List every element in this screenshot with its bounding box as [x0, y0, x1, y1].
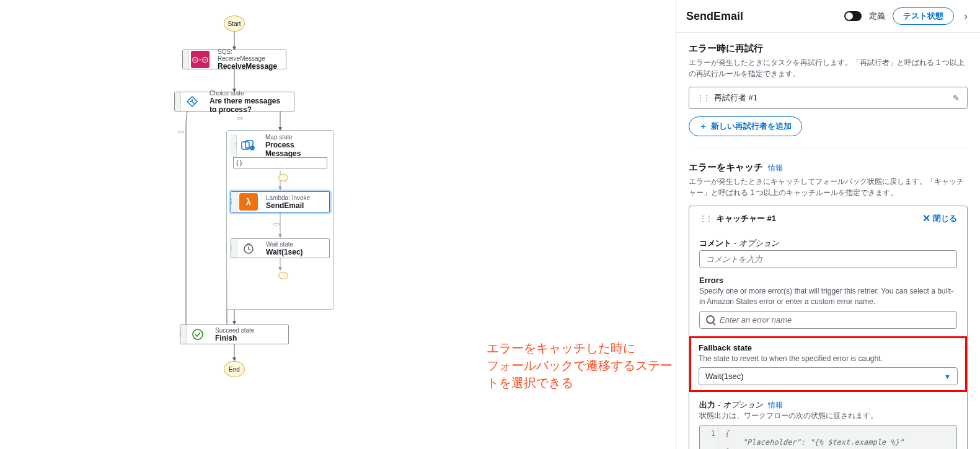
edit-icon[interactable]: ✎: [953, 94, 960, 103]
catcher-title: キャッチャー #1: [717, 213, 917, 224]
svg-point-12: [193, 329, 203, 339]
map-container[interactable]: ⋮⋮ Map stateProcess Messages { } ⋮⋮ λ La…: [226, 130, 334, 310]
map-loop-start: [278, 174, 288, 181]
node-receive-message[interactable]: ⋮⋮ ⊙-⊙ SQS: ReceiveMessageReceiveMessage: [182, 50, 286, 69]
catch-info-link[interactable]: 情報: [768, 163, 783, 173]
close-catcher-button[interactable]: ✕閉じる: [922, 212, 957, 224]
line-number: 1: [700, 425, 718, 449]
catcher-item: ⋮⋮ キャッチャー #1 ✕閉じる コメント - オプション Errors Sp…: [689, 206, 968, 449]
fallback-description: The state to revert to when the specifie…: [699, 354, 958, 364]
wait-icon: [237, 239, 260, 258]
catch-description: エラーが発生したときにキャッチしてフォールバック状態に戻します。「キャッチャー」…: [689, 176, 968, 198]
start-node[interactable]: Start: [224, 15, 245, 32]
choice-icon: [181, 92, 203, 111]
node-succeed[interactable]: ⋮⋮ Succeed stateFinish: [180, 325, 289, 344]
state-title: SendEmail: [686, 10, 837, 23]
map-icon: [237, 134, 259, 157]
end-node[interactable]: End: [224, 361, 245, 377]
test-state-button[interactable]: テスト状態: [893, 7, 954, 25]
node-map[interactable]: ⋮⋮ Map stateProcess Messages: [231, 134, 330, 157]
succeed-icon: [187, 325, 209, 344]
output-description: 状態出力は、ワークフローの次の状態に渡されます。: [699, 411, 957, 421]
output-label: 出力 - オプション: [699, 399, 763, 411]
lambda-icon: λ: [237, 192, 260, 212]
catch-heading: エラーをキャッチ: [689, 162, 763, 173]
map-loop-end: [278, 272, 288, 279]
sqs-icon: ⊙-⊙: [189, 50, 211, 69]
errors-search[interactable]: [699, 311, 957, 329]
workflow-canvas[interactable]: Start ⋮⋮ ⊙-⊙ SQS: ReceiveMessageReceiveM…: [0, 0, 676, 449]
definition-toggle[interactable]: [844, 11, 862, 21]
errors-label: Errors: [699, 276, 957, 285]
node-send-email[interactable]: ⋮⋮ λ Lambda: InvokeSendEmail: [231, 191, 330, 212]
inspector-panel: SendEmail 定義 テスト状態 › エラー時に再試行 エラーが発生したとき…: [676, 0, 980, 449]
search-icon: [706, 315, 715, 324]
condition-branch-label: [237, 117, 243, 120]
retry-heading: エラー時に再試行: [689, 43, 968, 54]
drag-handle-icon: ⋮⋮: [231, 239, 237, 258]
plus-icon: ＋: [699, 121, 707, 132]
caret-down-icon: ▼: [944, 373, 951, 380]
annotation-text: エラーをキャッチした時に フォールバックで遷移するステートを選択できる: [487, 339, 676, 391]
comment-input[interactable]: [699, 250, 957, 268]
drag-handle-icon: ⋮⋮: [699, 214, 712, 223]
output-info-link[interactable]: 情報: [768, 400, 783, 411]
node-wait[interactable]: ⋮⋮ Wait stateWait(1sec): [231, 238, 330, 258]
map-item-source: { }: [233, 157, 327, 168]
comment-label: コメント - オプション: [699, 238, 957, 249]
default-branch-label: [178, 131, 184, 133]
node-choice[interactable]: ⋮⋮ Choice stateAre there messages to pro…: [174, 92, 294, 111]
output-code-editor[interactable]: 1 { "Placeholder": "{% $text.example %}"…: [699, 425, 957, 449]
collapse-panel-icon[interactable]: ›: [961, 10, 970, 23]
drag-handle-icon: ⋮⋮: [183, 50, 189, 69]
drag-handle-icon: ⋮⋮: [231, 192, 237, 212]
drag-handle-icon: ⋮⋮: [180, 325, 187, 344]
fallback-highlight: Fallback state The state to revert to wh…: [689, 336, 967, 393]
retry-description: エラーが発生したときにタスクを再試行します。「再試行者」と呼ばれる 1 つ以上の…: [689, 57, 968, 79]
fallback-label: Fallback state: [699, 343, 958, 352]
errors-input[interactable]: [720, 315, 950, 325]
drag-handle-icon: ⋮⋮: [697, 94, 709, 102]
fallback-select[interactable]: Wait(1sec) ▼: [699, 367, 958, 385]
definition-toggle-label: 定義: [869, 11, 885, 22]
retry-item[interactable]: ⋮⋮ 再試行者 #1 ✎: [689, 87, 968, 109]
catch-edge-label: [273, 223, 280, 225]
errors-description: Specify one or more error(s) that will t…: [699, 286, 957, 307]
drag-handle-icon: ⋮⋮: [231, 134, 237, 157]
drag-handle-icon: ⋮⋮: [175, 92, 181, 111]
close-icon: ✕: [922, 212, 930, 224]
add-retrier-button[interactable]: ＋新しい再試行者を追加: [689, 116, 802, 136]
